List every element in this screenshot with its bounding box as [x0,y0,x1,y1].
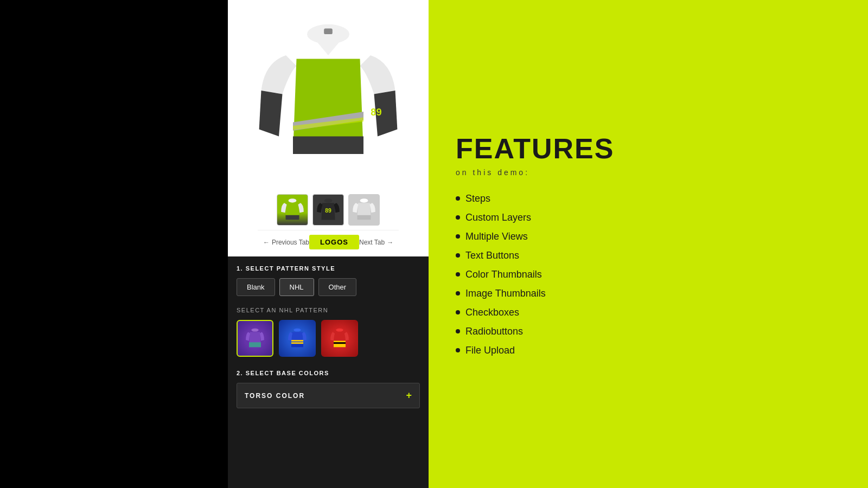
tab-navigation: ← Previous Tab LOGOS Next Tab → [258,230,399,254]
config-content: 1. SELECT PATTERN STYLE Blank NHL Other … [228,256,429,417]
next-tab-label: Next Tab [359,239,385,246]
svg-point-4 [324,198,333,202]
pattern-btn-nhl[interactable]: NHL [279,278,314,296]
pattern-buttons-group: Blank NHL Other [237,278,420,296]
jersey-thumb-front[interactable] [277,194,308,226]
svg-text:89: 89 [325,208,331,214]
nhl-pattern-purple[interactable] [237,320,273,357]
torso-color-row[interactable]: TORSO COLOR + [237,383,420,408]
svg-point-3 [289,198,297,202]
torso-color-label: TORSO COLOR [245,392,305,400]
prev-tab-label: Previous Tab [272,239,309,246]
bullet-icon [456,253,460,258]
nhl-section-title: SELECT AN NHL PATTERN [237,307,420,313]
svg-point-9 [336,329,343,332]
plus-icon: + [406,390,412,401]
jersey-thumb-alt[interactable] [348,194,380,226]
feature-label: Radiobuttons [465,326,523,337]
pattern-btn-other[interactable]: Other [318,278,357,296]
bullet-icon [456,196,460,201]
feature-label: Image Thumbnails [465,288,546,299]
feature-label: Color Thumbnails [465,269,542,280]
jersey-preview-area: 89 89 [228,0,429,256]
bullet-icon [456,291,460,296]
feature-list-item: Text Buttons [456,250,841,261]
features-subtitle: on this demo: [456,168,841,177]
feature-list-item: Image Thumbnails [456,288,841,299]
features-title: FEATURES [456,132,841,165]
nhl-pattern-red[interactable] [321,320,358,357]
next-tab-button[interactable]: Next Tab → [359,239,393,246]
left-black-panel [0,0,228,488]
jersey-svg: 89 [258,11,399,184]
svg-point-7 [251,329,258,332]
right-features-panel: FEATURES on this demo: StepsCustom Layer… [429,0,868,488]
bullet-icon [456,348,460,352]
feature-list-item: Color Thumbnails [456,269,841,280]
feature-list-item: File Upload [456,345,841,356]
feature-label: Steps [465,193,490,204]
feature-list-item: Multiple Views [456,231,841,242]
base-colors-section: 2. SELECT BASE COLORS TORSO COLOR + [237,370,420,408]
bullet-icon [456,234,460,239]
jersey-thumbnails-row: 89 [277,194,380,226]
prev-tab-button[interactable]: ← Previous Tab [263,239,309,246]
bullet-icon [456,272,460,277]
svg-text:89: 89 [371,107,381,118]
pattern-btn-blank[interactable]: Blank [237,278,275,296]
bullet-icon [456,310,460,314]
nhl-pattern-blue[interactable] [279,320,316,357]
feature-list-item: Steps [456,193,841,204]
feature-list-item: Radiobuttons [456,326,841,337]
feature-label: Text Buttons [465,250,519,261]
arrow-left-icon: ← [263,239,270,246]
bullet-icon [456,329,460,333]
arrow-right-icon: → [387,239,393,246]
bullet-icon [456,215,460,220]
feature-label: Multiple Views [465,231,528,242]
feature-list-item: Custom Layers [456,212,841,223]
nhl-patterns-group [237,320,420,357]
svg-point-8 [293,329,301,332]
step1-title: 1. SELECT PATTERN STYLE [237,265,420,272]
feature-list-item: Checkboxes [456,307,841,318]
center-configurator-panel: 89 89 [228,0,429,488]
svg-rect-1 [324,29,333,34]
features-list: StepsCustom LayersMultiple ViewsText But… [456,193,841,356]
step2-title: 2. SELECT BASE COLORS [237,370,420,376]
jersey-thumb-number[interactable]: 89 [312,194,344,226]
svg-point-6 [360,198,368,202]
jersey-main-image: 89 [252,5,404,190]
feature-label: Checkboxes [465,307,519,318]
current-tab-label: LOGOS [309,235,359,249]
feature-label: File Upload [465,345,515,356]
feature-label: Custom Layers [465,212,531,223]
